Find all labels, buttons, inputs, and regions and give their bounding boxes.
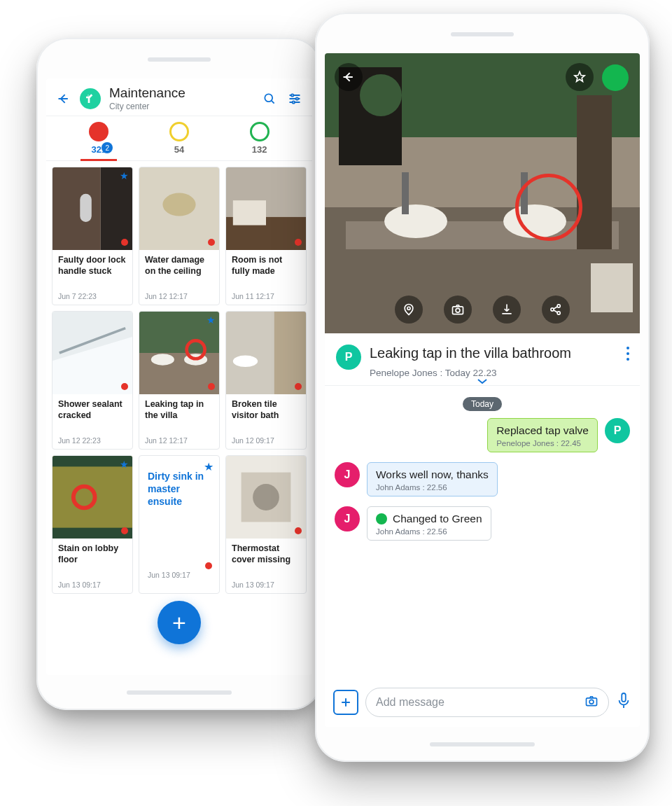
filter-green[interactable]: 132: [250, 122, 270, 160]
svg-rect-4: [52, 167, 101, 250]
svg-point-51: [589, 700, 594, 704]
issue-thumbnail: [139, 167, 219, 250]
issue-card-title: Water damage on the ceiling: [145, 254, 214, 289]
star-icon: ★: [204, 460, 214, 473]
issue-thumbnail: ★: [52, 167, 132, 250]
message-composer: Add message: [325, 681, 640, 727]
day-separator: Today: [335, 397, 630, 410]
svg-rect-11: [233, 200, 266, 225]
expand-button[interactable]: [477, 376, 488, 387]
issue-card-title: Leaking tap in the villa: [145, 398, 214, 433]
issue-status-indicator[interactable]: [602, 64, 629, 91]
filter-yellow[interactable]: 54: [169, 122, 189, 160]
list-header: Maintenance City center: [46, 78, 312, 116]
photo-annotation-circle: [515, 174, 582, 241]
star-icon: ★: [120, 170, 129, 181]
svg-rect-24: [52, 528, 132, 539]
issue-header: P Leaking tap in the villa bathroom Pene…: [325, 333, 640, 386]
issue-card-date: Jun 13 09:17: [148, 571, 211, 579]
page-title: Maintenance: [109, 85, 253, 101]
chat-message: PReplaced tap valvePenelope Jones : 22.4…: [335, 418, 630, 452]
filter-button[interactable]: [286, 90, 304, 108]
page-subtitle: City center: [109, 102, 253, 111]
status-dot-icon: [208, 383, 215, 390]
message-bubble: Changed to GreenJohn Adams : 22.56: [367, 506, 491, 541]
status-dot-icon: [205, 562, 212, 569]
svg-point-2: [296, 97, 298, 99]
issue-card-title: Broken tile visitor bath: [232, 398, 300, 433]
svg-rect-37: [577, 95, 612, 249]
add-issue-button[interactable]: +: [158, 601, 201, 644]
status-dot-icon: [295, 239, 302, 246]
issue-card[interactable]: Broken tile visitor bathJun 12 09:17: [225, 311, 307, 450]
chat-message: JWorks well now, thanksJohn Adams : 22.5…: [335, 462, 630, 496]
issue-card-title: Stain on lobby floor: [58, 543, 127, 578]
issue-thumbnail: [226, 456, 306, 539]
download-button[interactable]: [493, 296, 521, 324]
issue-card-title: Shower sealant cracked: [58, 398, 127, 433]
share-button[interactable]: [542, 296, 570, 324]
status-filter-bar: 2 321 54 132: [46, 116, 312, 161]
issue-card[interactable]: Shower sealant crackedJun 12 22:23: [52, 311, 133, 450]
issue-card-date: Jun 12 12:17: [145, 292, 214, 300]
filter-yellow-icon: [169, 122, 189, 141]
search-button[interactable]: [260, 90, 279, 108]
message-meta: John Adams : 22.56: [376, 483, 489, 492]
issue-grid: ★Faulty door lock handle stuckJun 7 22:2…: [46, 161, 312, 675]
issue-thumbnail: ★: [139, 312, 219, 394]
voice-button[interactable]: [616, 692, 631, 713]
svg-rect-6: [80, 194, 92, 222]
svg-point-16: [151, 354, 174, 366]
message-text: Works well now, thanks: [376, 468, 489, 481]
svg-rect-50: [587, 698, 597, 706]
filter-green-icon: [250, 122, 270, 141]
message-input[interactable]: Add message: [365, 688, 609, 717]
issue-card-date: Jun 12 12:17: [145, 436, 214, 445]
location-button[interactable]: [395, 296, 423, 324]
message-meta: Penelope Jones : 22.45: [496, 439, 589, 447]
filter-red[interactable]: 2 321: [89, 122, 108, 160]
svg-point-47: [626, 347, 629, 349]
back-button[interactable]: [335, 63, 363, 91]
status-dot-icon: [121, 383, 128, 390]
issue-card-title: Thermostat cover missing: [232, 543, 300, 578]
chat-message: JChanged to GreenJohn Adams : 22.56: [335, 506, 630, 541]
chat-thread: Today PReplaced tap valvePenelope Jones …: [325, 386, 640, 681]
svg-point-41: [407, 307, 410, 310]
category-avatar: [80, 88, 101, 109]
issue-thumbnail: [226, 167, 306, 250]
issue-card-date: Jun 13 09:17: [58, 581, 127, 589]
issue-card[interactable]: ★Stain on lobby floorJun 13 09:17: [52, 455, 133, 594]
issue-card[interactable]: Thermostat cover missingJun 13 09:17: [225, 455, 307, 594]
issue-card[interactable]: Room is not fully madeJun 11 12:17: [225, 167, 307, 305]
more-button[interactable]: [626, 346, 630, 364]
attach-button[interactable]: [333, 690, 358, 715]
star-icon: ★: [120, 459, 129, 470]
camera-button[interactable]: [444, 296, 472, 324]
status-dot-icon: [208, 239, 215, 246]
issue-card[interactable]: ★Faulty door lock handle stuckJun 7 22:2…: [52, 167, 133, 305]
message-avatar: J: [335, 462, 360, 487]
issue-card-title: Dirty sink in master ensuite: [148, 470, 211, 568]
message-bubble: Works well now, thanksJohn Adams : 22.56: [367, 462, 498, 496]
favorite-button[interactable]: [566, 63, 594, 91]
day-label: Today: [463, 397, 502, 411]
photo-action-bar: [395, 296, 570, 324]
filter-green-count: 132: [252, 144, 267, 155]
svg-rect-42: [453, 307, 463, 314]
issue-card[interactable]: ★Leaking tap in the villaJun 12 12:17: [139, 311, 220, 450]
filter-red-badge: 2: [102, 142, 113, 153]
issue-card-title: Room is not fully made: [232, 254, 300, 289]
message-bubble: Replaced tap valvePenelope Jones : 22.45: [487, 418, 598, 452]
status-dot-icon: [121, 239, 128, 246]
issue-byline: Penelope Jones : Today 22.23: [370, 368, 629, 378]
list-screen: Maintenance City center 2 321 54: [46, 78, 312, 675]
camera-icon[interactable]: [584, 694, 598, 711]
status-dot-icon: [121, 527, 128, 534]
svg-point-39: [360, 74, 402, 116]
issue-card[interactable]: Water damage on the ceilingJun 12 12:17: [139, 167, 220, 305]
issue-photo: [325, 53, 640, 333]
back-button[interactable]: [55, 90, 73, 108]
issue-card[interactable]: ★Dirty sink in master ensuiteJun 13 09:1…: [139, 455, 220, 594]
svg-point-21: [233, 356, 258, 368]
